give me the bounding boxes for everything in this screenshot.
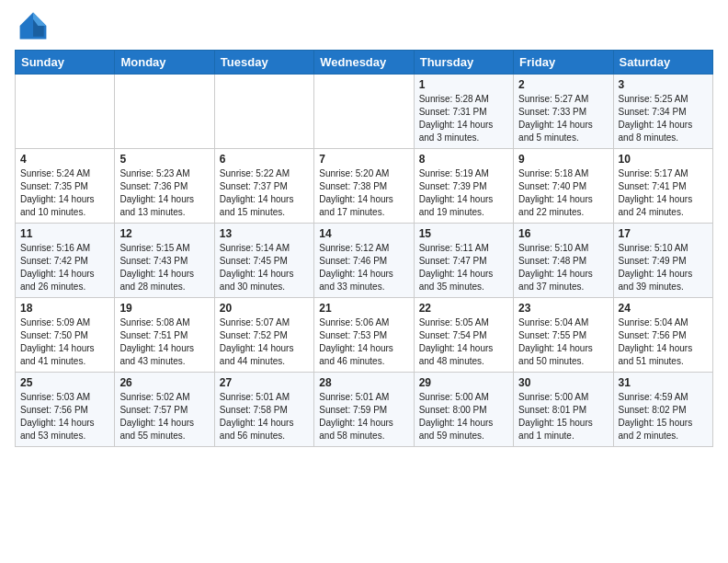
day-content: Sunrise: 5:10 AMSunset: 7:48 PMDaylight:…: [518, 242, 608, 293]
day-content: Sunrise: 5:20 AMSunset: 7:38 PMDaylight:…: [319, 167, 408, 219]
day-content: Sunrise: 5:27 AMSunset: 7:33 PMDaylight:…: [518, 93, 608, 144]
calendar-cell: [115, 75, 214, 149]
calendar-cell: 9Sunrise: 5:18 AMSunset: 7:40 PMDaylight…: [514, 149, 613, 224]
calendar-cell: 18Sunrise: 5:09 AMSunset: 7:50 PMDayligh…: [16, 298, 115, 373]
day-number: 28: [319, 376, 408, 389]
day-number: 18: [20, 302, 109, 315]
weekday-header-row: SundayMondayTuesdayWednesdayThursdayFrid…: [16, 51, 713, 75]
day-number: 2: [518, 78, 608, 91]
day-number: 20: [220, 302, 309, 315]
day-number: 16: [518, 227, 608, 240]
weekday-header-wednesday: Wednesday: [314, 51, 414, 75]
weekday-header-sunday: Sunday: [16, 51, 115, 75]
calendar-cell: 19Sunrise: 5:08 AMSunset: 7:51 PMDayligh…: [115, 298, 214, 373]
calendar-cell: 24Sunrise: 5:04 AMSunset: 7:56 PMDayligh…: [613, 298, 712, 373]
calendar-header: SundayMondayTuesdayWednesdayThursdayFrid…: [16, 51, 713, 75]
day-number: 5: [119, 153, 209, 166]
calendar-cell: 7Sunrise: 5:20 AMSunset: 7:38 PMDaylight…: [314, 149, 414, 224]
weekday-header-thursday: Thursday: [414, 51, 513, 75]
day-number: 13: [220, 227, 309, 240]
weekday-header-tuesday: Tuesday: [214, 51, 313, 75]
day-content: Sunrise: 5:01 AMSunset: 7:59 PMDaylight:…: [319, 391, 408, 442]
calendar-cell: 31Sunrise: 4:59 AMSunset: 8:02 PMDayligh…: [613, 373, 712, 447]
day-content: Sunrise: 5:28 AMSunset: 7:31 PMDaylight:…: [419, 93, 508, 144]
day-content: Sunrise: 4:59 AMSunset: 8:02 PMDaylight:…: [619, 391, 708, 442]
day-number: 21: [319, 302, 408, 315]
calendar-cell: 26Sunrise: 5:02 AMSunset: 7:57 PMDayligh…: [115, 373, 214, 447]
calendar-cell: 11Sunrise: 5:16 AMSunset: 7:42 PMDayligh…: [16, 224, 115, 298]
day-number: 15: [419, 227, 508, 240]
calendar-table: SundayMondayTuesdayWednesdayThursdayFrid…: [15, 50, 713, 447]
day-content: Sunrise: 5:19 AMSunset: 7:39 PMDaylight:…: [419, 167, 508, 219]
day-content: Sunrise: 5:03 AMSunset: 7:56 PMDaylight:…: [20, 391, 109, 442]
day-content: Sunrise: 5:06 AMSunset: 7:53 PMDaylight:…: [319, 316, 408, 368]
calendar-cell: 30Sunrise: 5:00 AMSunset: 8:01 PMDayligh…: [514, 373, 613, 447]
day-content: Sunrise: 5:04 AMSunset: 7:56 PMDaylight:…: [619, 316, 708, 368]
weekday-header-saturday: Saturday: [613, 51, 712, 75]
day-content: Sunrise: 5:12 AMSunset: 7:46 PMDaylight:…: [319, 242, 408, 293]
day-content: Sunrise: 5:25 AMSunset: 7:34 PMDaylight:…: [619, 93, 708, 144]
day-number: 14: [319, 227, 408, 240]
calendar-cell: 25Sunrise: 5:03 AMSunset: 7:56 PMDayligh…: [16, 373, 115, 447]
day-content: Sunrise: 5:14 AMSunset: 7:45 PMDaylight:…: [220, 242, 309, 293]
calendar-cell: 6Sunrise: 5:22 AMSunset: 7:37 PMDaylight…: [214, 149, 313, 224]
header: [15, 9, 713, 42]
calendar-week-1: 1Sunrise: 5:28 AMSunset: 7:31 PMDaylight…: [16, 75, 713, 149]
calendar-cell: 23Sunrise: 5:04 AMSunset: 7:55 PMDayligh…: [514, 298, 613, 373]
calendar-cell: 27Sunrise: 5:01 AMSunset: 7:58 PMDayligh…: [214, 373, 313, 447]
calendar-body: 1Sunrise: 5:28 AMSunset: 7:31 PMDaylight…: [16, 75, 713, 447]
day-content: Sunrise: 5:11 AMSunset: 7:47 PMDaylight:…: [419, 242, 508, 293]
calendar-cell: 1Sunrise: 5:28 AMSunset: 7:31 PMDaylight…: [414, 75, 513, 149]
day-content: Sunrise: 5:15 AMSunset: 7:43 PMDaylight:…: [119, 242, 209, 293]
day-content: Sunrise: 5:17 AMSunset: 7:41 PMDaylight:…: [619, 167, 708, 219]
calendar-cell: 20Sunrise: 5:07 AMSunset: 7:52 PMDayligh…: [214, 298, 313, 373]
day-number: 4: [20, 153, 109, 166]
calendar-cell: 8Sunrise: 5:19 AMSunset: 7:39 PMDaylight…: [414, 149, 513, 224]
day-content: Sunrise: 5:00 AMSunset: 8:00 PMDaylight:…: [419, 391, 508, 442]
day-content: Sunrise: 5:16 AMSunset: 7:42 PMDaylight:…: [20, 242, 109, 293]
day-number: 10: [619, 153, 708, 166]
day-content: Sunrise: 5:22 AMSunset: 7:37 PMDaylight:…: [220, 167, 309, 219]
day-content: Sunrise: 5:23 AMSunset: 7:36 PMDaylight:…: [119, 167, 209, 219]
day-number: 29: [419, 376, 508, 389]
logo: [15, 9, 50, 42]
calendar-cell: 12Sunrise: 5:15 AMSunset: 7:43 PMDayligh…: [115, 224, 214, 298]
day-content: Sunrise: 5:24 AMSunset: 7:35 PMDaylight:…: [20, 167, 109, 219]
day-content: Sunrise: 5:07 AMSunset: 7:52 PMDaylight:…: [220, 316, 309, 368]
day-number: 26: [119, 376, 209, 389]
day-number: 7: [319, 153, 408, 166]
day-number: 19: [119, 302, 209, 315]
day-content: Sunrise: 5:08 AMSunset: 7:51 PMDaylight:…: [119, 316, 209, 368]
logo-icon: [17, 9, 50, 42]
day-number: 22: [419, 302, 508, 315]
calendar-cell: 10Sunrise: 5:17 AMSunset: 7:41 PMDayligh…: [613, 149, 712, 224]
day-number: 6: [220, 153, 309, 166]
calendar-cell: 29Sunrise: 5:00 AMSunset: 8:00 PMDayligh…: [414, 373, 513, 447]
day-number: 27: [220, 376, 309, 389]
calendar-cell: 2Sunrise: 5:27 AMSunset: 7:33 PMDaylight…: [514, 75, 613, 149]
calendar-cell: 15Sunrise: 5:11 AMSunset: 7:47 PMDayligh…: [414, 224, 513, 298]
day-number: 8: [419, 153, 508, 166]
weekday-header-friday: Friday: [514, 51, 613, 75]
calendar-cell: 28Sunrise: 5:01 AMSunset: 7:59 PMDayligh…: [314, 373, 414, 447]
day-number: 17: [619, 227, 708, 240]
day-number: 9: [518, 153, 608, 166]
calendar-cell: [16, 75, 115, 149]
day-content: Sunrise: 5:05 AMSunset: 7:54 PMDaylight:…: [419, 316, 508, 368]
day-content: Sunrise: 5:02 AMSunset: 7:57 PMDaylight:…: [119, 391, 209, 442]
calendar-cell: 5Sunrise: 5:23 AMSunset: 7:36 PMDaylight…: [115, 149, 214, 224]
day-number: 23: [518, 302, 608, 315]
day-content: Sunrise: 5:18 AMSunset: 7:40 PMDaylight:…: [518, 167, 608, 219]
calendar-week-2: 4Sunrise: 5:24 AMSunset: 7:35 PMDaylight…: [16, 149, 713, 224]
calendar-cell: 13Sunrise: 5:14 AMSunset: 7:45 PMDayligh…: [214, 224, 313, 298]
day-number: 25: [20, 376, 109, 389]
calendar-cell: 3Sunrise: 5:25 AMSunset: 7:34 PMDaylight…: [613, 75, 712, 149]
calendar-cell: [214, 75, 313, 149]
day-number: 1: [419, 78, 508, 91]
calendar-week-3: 11Sunrise: 5:16 AMSunset: 7:42 PMDayligh…: [16, 224, 713, 298]
calendar-cell: 17Sunrise: 5:10 AMSunset: 7:49 PMDayligh…: [613, 224, 712, 298]
day-number: 24: [619, 302, 708, 315]
day-content: Sunrise: 5:01 AMSunset: 7:58 PMDaylight:…: [220, 391, 309, 442]
calendar-cell: 22Sunrise: 5:05 AMSunset: 7:54 PMDayligh…: [414, 298, 513, 373]
day-content: Sunrise: 5:10 AMSunset: 7:49 PMDaylight:…: [619, 242, 708, 293]
